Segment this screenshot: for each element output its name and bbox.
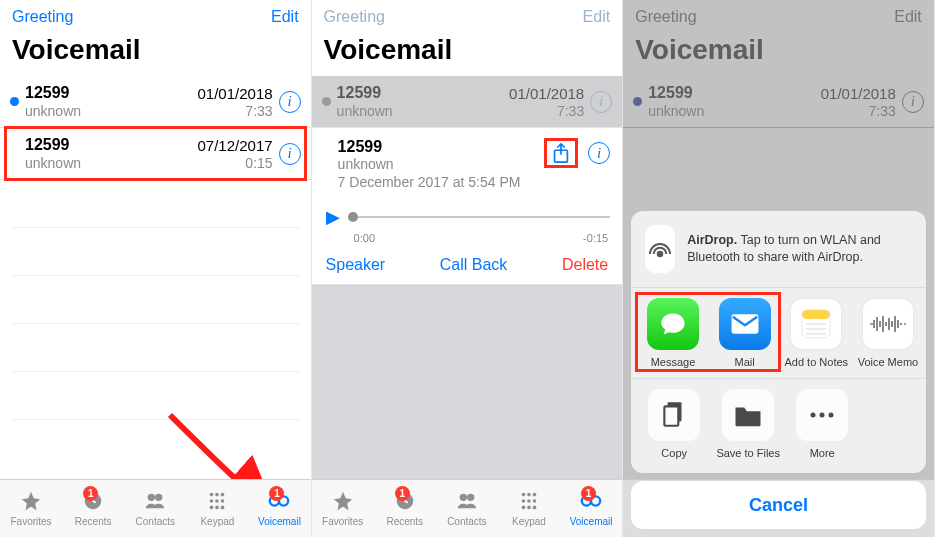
- svg-point-46: [811, 413, 816, 418]
- voicemail-row[interactable]: 12599 unknown 01/01/2018 7:33 i: [0, 76, 311, 128]
- badge: 1: [395, 486, 410, 501]
- caller-number: 12599: [25, 136, 198, 154]
- tab-recents[interactable]: 1Recents: [377, 490, 433, 527]
- svg-rect-45: [665, 406, 679, 425]
- speaker-button[interactable]: Speaker: [326, 256, 386, 274]
- edit-link[interactable]: Edit: [583, 8, 611, 26]
- svg-point-19: [527, 493, 531, 497]
- tab-recents[interactable]: 1 Recents: [65, 490, 121, 527]
- svg-point-25: [527, 506, 531, 510]
- tab-keypad[interactable]: Keypad: [189, 490, 245, 527]
- cancel-button[interactable]: Cancel: [631, 481, 926, 529]
- tab-favorites[interactable]: Favorites: [315, 490, 371, 527]
- row-meta: 01/01/2018 7:33: [198, 85, 273, 119]
- caller-number: 12599: [338, 138, 551, 156]
- timestamp: 7 December 2017 at 5:54 PM: [338, 174, 551, 190]
- row-main: 12599 unknown: [25, 84, 198, 119]
- badge: 1: [581, 486, 596, 501]
- svg-point-2: [155, 494, 162, 501]
- share-icon[interactable]: [550, 142, 572, 164]
- info-icon[interactable]: i: [590, 91, 612, 113]
- svg-point-4: [216, 493, 220, 497]
- greeting-link[interactable]: Greeting: [324, 8, 385, 26]
- share-app-notes[interactable]: Add to Notes: [782, 298, 850, 368]
- tab-label: Contacts: [136, 516, 175, 527]
- edit-link[interactable]: Edit: [271, 8, 299, 26]
- tab-contacts[interactable]: Contacts: [439, 490, 495, 527]
- svg-point-48: [829, 413, 834, 418]
- scrubber-thumb-icon[interactable]: [348, 212, 358, 222]
- panel-voicemail-list: Greeting Edit Voicemail 12599 unknown 01…: [0, 0, 312, 537]
- svg-point-8: [221, 499, 225, 503]
- tab-label: Favorites: [322, 516, 363, 527]
- unread-dot-icon: [322, 97, 331, 106]
- topbar: Greeting Edit: [0, 0, 311, 30]
- page-title: Voicemail: [0, 30, 311, 76]
- svg-point-20: [533, 493, 537, 497]
- delete-button[interactable]: Delete: [562, 256, 608, 274]
- player: ▶: [312, 196, 623, 232]
- panel-voicemail-expanded: Greeting Edit Voicemail 12599 unknown 01…: [312, 0, 624, 537]
- caller-number: 12599: [337, 84, 510, 102]
- action-label: Copy: [661, 447, 687, 459]
- share-app-voicememos[interactable]: Voice Memo: [854, 298, 922, 368]
- share-app-message[interactable]: Message: [639, 298, 707, 368]
- svg-point-11: [221, 506, 225, 510]
- tab-keypad[interactable]: Keypad: [501, 490, 557, 527]
- unread-dot-icon: [10, 97, 19, 106]
- row-main: 12599 unknown: [25, 136, 198, 171]
- action-copy[interactable]: Copy: [639, 389, 709, 459]
- svg-point-5: [221, 493, 225, 497]
- share-app-mail[interactable]: Mail: [711, 298, 779, 368]
- svg-point-18: [522, 493, 526, 497]
- svg-point-26: [533, 506, 537, 510]
- voicemail-row[interactable]: 12599 unknown 01/01/2018 7:33 i: [312, 76, 623, 128]
- svg-rect-40: [802, 310, 830, 319]
- action-save-files[interactable]: Save to Files: [713, 389, 783, 459]
- info-icon[interactable]: i: [588, 142, 610, 164]
- tab-label: Recents: [75, 516, 112, 527]
- airdrop-row[interactable]: AirDrop. Tap to turn on WLAN and Bluetoo…: [631, 211, 926, 287]
- call-date: 01/01/2018: [198, 85, 273, 102]
- tab-favorites[interactable]: Favorites: [3, 490, 59, 527]
- tab-label: Recents: [386, 516, 423, 527]
- voicemail-expanded: 12599 unknown 7 December 2017 at 5:54 PM…: [312, 128, 623, 285]
- play-icon[interactable]: ▶: [326, 206, 340, 228]
- row-meta: 01/01/2018 7:33: [509, 85, 584, 119]
- action-label: Save to Files: [716, 447, 780, 459]
- action-more[interactable]: More: [787, 389, 857, 459]
- tab-label: Favorites: [10, 516, 51, 527]
- app-label: Mail: [735, 356, 755, 368]
- call-duration: 7:33: [509, 103, 584, 119]
- svg-point-7: [216, 499, 220, 503]
- app-label: Add to Notes: [784, 356, 848, 368]
- svg-point-23: [533, 499, 537, 503]
- svg-point-3: [210, 493, 214, 497]
- info-icon[interactable]: i: [279, 143, 301, 165]
- tab-contacts[interactable]: Contacts: [127, 490, 183, 527]
- caller-number: 12599: [25, 84, 198, 102]
- dot-spacer: [10, 149, 19, 158]
- row-main: 12599 unknown: [337, 84, 510, 119]
- panel-share-sheet: GreetingEdit Voicemail 12599unknown 01/0…: [623, 0, 935, 537]
- caller-sub: unknown: [25, 103, 198, 119]
- callback-button[interactable]: Call Back: [440, 256, 508, 274]
- action-label: More: [810, 447, 835, 459]
- empty-area: [312, 285, 623, 479]
- tab-voicemail[interactable]: 1 Voicemail: [251, 490, 307, 527]
- call-date: 07/12/2017: [198, 137, 273, 154]
- tab-voicemail[interactable]: 1Voicemail: [563, 490, 619, 527]
- call-date: 01/01/2018: [509, 85, 584, 102]
- greeting-link[interactable]: Greeting: [12, 8, 73, 26]
- voicemail-row[interactable]: 12599 unknown 07/12/2017 0:15 i: [0, 128, 311, 180]
- tab-label: Contacts: [447, 516, 486, 527]
- tab-bar: Favorites 1 Recents Contacts Keypad 1 Vo…: [0, 479, 311, 537]
- svg-point-47: [820, 413, 825, 418]
- info-icon[interactable]: i: [279, 91, 301, 113]
- share-actions-row: Copy Save to Files More: [631, 379, 926, 473]
- scrubber[interactable]: [348, 216, 611, 218]
- elapsed-time: 0:00: [354, 232, 375, 244]
- share-sheet: AirDrop. Tap to turn on WLAN and Bluetoo…: [631, 211, 926, 529]
- svg-point-17: [467, 494, 474, 501]
- call-duration: 7:33: [198, 103, 273, 119]
